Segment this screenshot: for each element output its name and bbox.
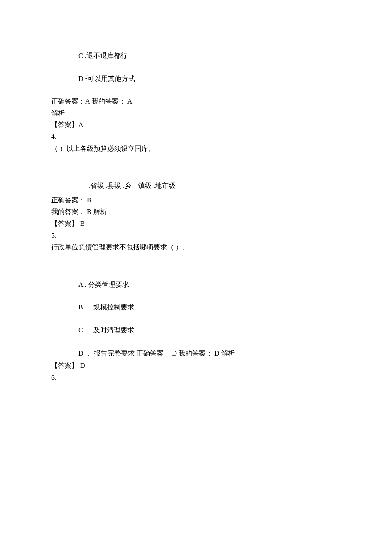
q3-option-c-text: C .退不退库都行	[78, 52, 127, 59]
q5-stem: 行政单位负债管理要求不包括哪项要求（ ）。	[51, 242, 349, 253]
q6-number-text: 6.	[51, 374, 56, 381]
q4-options: .省级 .县级 .乡、镇级 .地市级	[51, 180, 349, 191]
q5-option-d: D ． 报告完整要求 正确答案： D 我的答案： D 解析	[51, 348, 349, 359]
q5-number-text: 5.	[51, 232, 56, 239]
q3-jiexi-label: 解析	[51, 108, 349, 119]
q6-number: 6.	[51, 372, 349, 383]
q4-correct-answer: 正确答案： B	[51, 195, 349, 206]
q5-number: 5.	[51, 230, 349, 241]
q5-answer-key-text: 【答案】 D	[51, 362, 85, 369]
q4-my-answer: 我的答案： B 解析	[51, 206, 349, 217]
q4-options-text: .省级 .县级 .乡、镇级 .地市级	[89, 182, 176, 189]
q5-option-a-text: A . 分类管理要求	[78, 281, 129, 288]
q4-correct-answer-text: 正确答案： B	[51, 197, 92, 204]
q3-correct-answer: 正确答案：A 我的答案： A	[51, 96, 349, 107]
q5-answer-key: 【答案】 D	[51, 360, 349, 371]
q4-my-answer-text: 我的答案： B 解析	[51, 208, 107, 215]
q5-option-a: A . 分类管理要求	[51, 279, 349, 290]
q3-option-d: D •可以用其他方式	[51, 73, 349, 84]
q4-stem-text: （ ）以上各级预算必须设立国库。	[51, 145, 155, 152]
q3-jiexi-text: 解析	[51, 110, 65, 117]
q3-answer-key-text: 【答案】A	[51, 121, 84, 128]
q4-number-text: 4.	[51, 133, 56, 140]
q5-option-b: B ． 规模控制要求	[51, 302, 349, 313]
q4-number: 4.	[51, 131, 349, 142]
q3-option-c: C .退不退库都行	[51, 50, 349, 61]
q3-answer-key: 【答案】A	[51, 119, 349, 130]
q4-stem: （ ）以上各级预算必须设立国库。	[51, 143, 349, 154]
q5-option-c-text: C ． 及时清理要求	[78, 327, 134, 334]
q3-option-d-text: D •可以用其他方式	[78, 75, 135, 82]
q4-answer-key: 【答案】 B	[51, 218, 349, 229]
q5-stem-text: 行政单位负债管理要求不包括哪项要求（ ）。	[51, 243, 189, 251]
q5-option-b-text: B ． 规模控制要求	[78, 304, 134, 311]
q5-option-d-text: D ． 报告完整要求 正确答案： D 我的答案： D 解析	[78, 350, 235, 357]
q4-answer-key-text: 【答案】 B	[51, 220, 85, 227]
q5-option-c: C ． 及时清理要求	[51, 325, 349, 336]
q3-correct-answer-text: 正确答案：A 我的答案： A	[51, 98, 132, 105]
